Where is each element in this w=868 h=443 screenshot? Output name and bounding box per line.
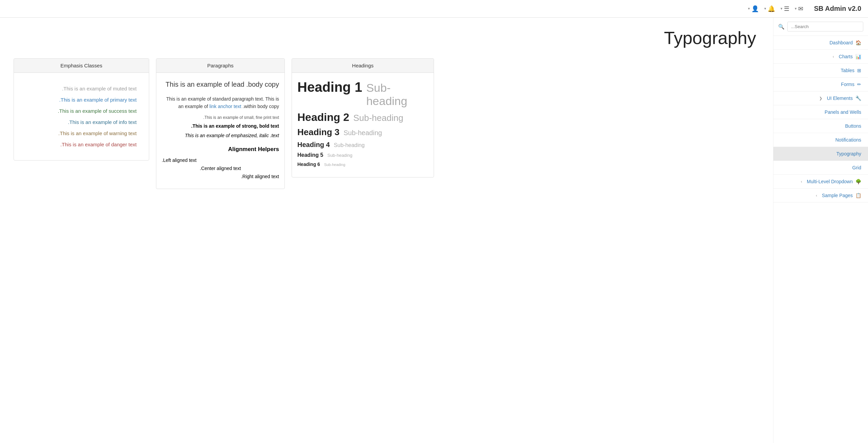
lead-text: This is an example of lead .body copy: [162, 80, 279, 89]
sidebar-item-notifications[interactable]: Notifications: [773, 133, 868, 147]
dropdown-caret: ‹: [801, 180, 802, 184]
sidebar-item-dashboard[interactable]: Dashboard 🏠: [773, 36, 868, 50]
search-icon: 🔍: [778, 24, 785, 30]
grid-label: Grid: [852, 165, 861, 170]
cards-row: Emphasis Classes .This is an example of …: [14, 58, 760, 189]
charts-caret: ‹: [833, 55, 834, 59]
h6-subheading: Sub-heading: [324, 163, 345, 167]
caret-icon: ▾: [781, 6, 783, 11]
mail-icon: ✉: [798, 5, 803, 13]
paragraphs-card-header: Paragraphs: [156, 59, 284, 73]
heading-row-6: Heading 6 Sub-heading: [297, 162, 428, 167]
list-item: .This is an example of warning text: [26, 128, 137, 139]
emphasis-card-header: Emphasis Classes: [14, 59, 149, 73]
mail-menu[interactable]: ▾ ✉: [795, 5, 803, 13]
italic-text: This is an example of emphasized, italic…: [162, 132, 279, 139]
heading-row-5: Heading 5 Sub-heading: [297, 152, 428, 158]
h2-subheading: Sub-heading: [353, 113, 403, 123]
h3-subheading: Sub-heading: [343, 129, 382, 137]
emphasis-list: .This is an example of muted text .This …: [19, 80, 143, 153]
list-item: .This is an example of danger text: [26, 139, 137, 150]
sidebar-item-sample-pages[interactable]: ‹ Sample Pages 📋: [773, 189, 868, 203]
main-content: Typography Emphasis Classes .This is an …: [0, 18, 773, 443]
emphasis-card: Emphasis Classes .This is an example of …: [14, 58, 149, 161]
sidebar-item-grid[interactable]: Grid: [773, 161, 868, 175]
h3-text: Heading 3: [297, 127, 339, 138]
emphasis-card-body: .This is an example of muted text .This …: [14, 73, 149, 160]
caret-icon: ▾: [795, 6, 797, 11]
charts-label: Charts: [839, 54, 853, 59]
list-icon: ☰: [784, 5, 789, 13]
sidebar-item-dropdown[interactable]: ‹ Multi-Level Dropdown 🌳: [773, 175, 868, 189]
search-box: 🔍: [773, 18, 868, 36]
caret-icon: ▾: [748, 6, 750, 11]
list-item: .This is an example of info text: [26, 117, 137, 128]
h4-text: Heading 4: [297, 141, 330, 149]
heading-row-1: Heading 1 Sub-heading: [297, 80, 428, 108]
dashboard-icon: 🏠: [855, 40, 861, 45]
h5-text: Heading 5: [297, 152, 323, 158]
ui-elements-caret: ❯: [819, 96, 822, 101]
heading-row-3: Heading 3 Sub-heading: [297, 127, 428, 138]
panels-label: Panels and Wells: [825, 109, 861, 115]
sample-pages-icon: 📋: [855, 193, 861, 198]
ui-elements-icon: 🔧: [855, 96, 861, 101]
list-item: .This is an example of primary text: [26, 94, 137, 105]
heading-row-4: Heading 4 Sub-heading: [297, 141, 428, 149]
sidebar-item-forms[interactable]: Forms ✏: [773, 78, 868, 91]
sidebar-item-typography[interactable]: Typography: [773, 147, 868, 161]
link-anchor[interactable]: link anchor text: [210, 104, 241, 109]
caret-icon: ▾: [764, 6, 766, 11]
h2-text: Heading 2: [297, 111, 349, 124]
heading-row-2: Heading 2 Sub-heading: [297, 111, 428, 124]
h1-subheading: Sub-heading: [366, 81, 407, 108]
h6-text: Heading 6: [297, 162, 320, 167]
user-menu[interactable]: ▾ 👤: [748, 5, 759, 13]
notifications-label: Notifications: [835, 137, 861, 143]
small-print: .This is an example of small, fine print…: [162, 115, 279, 120]
center-aligned-text: .Center aligned text: [162, 166, 279, 171]
buttons-label: Buttons: [845, 123, 861, 129]
para-after: .within body copy: [241, 104, 279, 109]
dropdown-icon: 🌳: [855, 179, 861, 184]
dropdown-label: Multi-Level Dropdown: [807, 179, 853, 184]
tables-label: Tables: [841, 68, 854, 73]
h5-subheading: Sub-heading: [327, 153, 352, 158]
list-item: .This is an example of success text: [26, 105, 137, 117]
headings-card-body: Heading 1 Sub-heading Heading 2 Sub-head…: [292, 73, 434, 177]
headings-card: Headings Heading 1 Sub-heading Heading 2…: [292, 58, 434, 177]
ui-elements-label: UI Elements: [827, 96, 853, 101]
sidebar-item-charts[interactable]: ‹ Charts 📊: [773, 50, 868, 64]
bold-text: .This is an example of strong, bold text: [162, 123, 279, 129]
bell-icon: 🔔: [768, 5, 775, 13]
h4-subheading: Sub-heading: [334, 142, 365, 148]
search-input[interactable]: [787, 22, 863, 31]
h1-text: Heading 1: [297, 80, 362, 95]
tables-icon: ⊞: [857, 68, 861, 73]
paragraphs-card: Paragraphs This is an example of lead .b…: [156, 58, 285, 189]
sidebar-item-tables[interactable]: Tables ⊞: [773, 64, 868, 78]
brand-title: SB Admin v2.0: [814, 5, 861, 13]
standard-para: This is an example of standard paragraph…: [162, 95, 279, 110]
user-icon: 👤: [751, 5, 759, 13]
sidebar-item-ui-elements[interactable]: ❯ UI Elements 🔧: [773, 91, 868, 105]
sidebar-item-panels[interactable]: Panels and Wells: [773, 105, 868, 119]
forms-icon: ✏: [857, 82, 861, 87]
top-nav: ▾ 👤 ▾ 🔔 ▾ ☰ ▾ ✉ SB Admin v2.0: [0, 0, 868, 18]
list-menu[interactable]: ▾ ☰: [781, 5, 789, 13]
charts-icon: 📊: [855, 54, 861, 59]
sidebar: 🔍 Dashboard 🏠 ‹ Charts 📊 Tables ⊞ Forms …: [773, 18, 868, 443]
right-aligned-text: .Right aligned text: [162, 174, 279, 179]
page-title: Typography: [14, 28, 760, 48]
list-item: .This is an example of muted text: [26, 83, 137, 94]
dashboard-label: Dashboard: [830, 40, 853, 45]
typography-label: Typography: [836, 151, 861, 156]
paragraphs-card-body: This is an example of lead .body copy Th…: [156, 73, 284, 189]
bell-menu[interactable]: ▾ 🔔: [764, 5, 775, 13]
sample-pages-caret: ‹: [816, 193, 817, 197]
alignment-header: Alignment Helpers: [162, 146, 279, 153]
sidebar-item-buttons[interactable]: Buttons: [773, 119, 868, 133]
left-aligned-text: .Left aligned text: [162, 157, 279, 163]
headings-card-header: Headings: [292, 59, 434, 73]
sample-pages-label: Sample Pages: [822, 193, 853, 198]
